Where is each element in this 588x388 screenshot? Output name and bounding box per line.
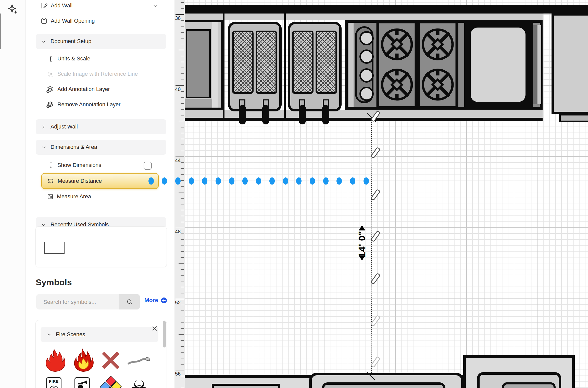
ruler-tick xyxy=(181,257,184,258)
ruler-tick xyxy=(181,204,184,204)
search-icon xyxy=(126,298,133,305)
add-wall-opening-button[interactable]: Add Wall Opening xyxy=(41,15,95,27)
ruler-tick xyxy=(176,14,184,15)
symbol-search-input[interactable] xyxy=(36,294,124,310)
remove-annotation-layer-item[interactable]: Remove Annotation Layer xyxy=(46,99,120,110)
ruler-tick xyxy=(181,287,184,287)
ruler-tick xyxy=(181,352,184,353)
recent-symbol-rectangle[interactable] xyxy=(44,242,65,254)
ruler-tick xyxy=(181,97,184,98)
rail-scrollbar[interactable] xyxy=(0,14,1,49)
symbol-searchbar xyxy=(36,294,140,309)
ruler-tick xyxy=(181,293,184,293)
tools-sidebar: Add Wall Add Wall Opening Document Setup… xyxy=(26,0,174,388)
measure-dot xyxy=(350,177,355,185)
layers-plus-icon xyxy=(46,85,54,93)
chevron-down-icon xyxy=(46,332,52,338)
add-annotation-layer-item[interactable]: Add Annotation Layer xyxy=(46,83,110,95)
more-symbols-button[interactable]: More xyxy=(144,297,167,304)
ruler-tick xyxy=(181,44,184,44)
measure-area-item[interactable]: Measure Area xyxy=(47,191,91,202)
fryer-handle xyxy=(322,105,329,124)
wall-divider xyxy=(223,14,224,118)
symbol-nfpa-diamond[interactable] xyxy=(99,376,122,388)
ruler-tick xyxy=(181,68,184,68)
fire-card-scrollbar[interactable] xyxy=(163,321,166,347)
add-wall-button[interactable]: Add Wall xyxy=(41,0,72,11)
measure-distance-button-active[interactable]: Measure Distance xyxy=(41,173,159,189)
flame-yellow-icon xyxy=(71,348,94,372)
search-button[interactable] xyxy=(119,294,140,309)
fryer-handle xyxy=(262,105,269,124)
scale-image-item-disabled: Scale Image with Reference Line xyxy=(48,68,138,80)
prohibited-x-icon xyxy=(99,348,122,372)
show-dimensions-item[interactable]: Show Dimensions xyxy=(48,159,101,171)
counter-left[interactable] xyxy=(185,20,223,110)
add-wall-opening-label: Add Wall Opening xyxy=(51,18,95,24)
ruler-tick xyxy=(181,216,184,216)
ruler-tick xyxy=(181,151,184,151)
prep-counter-middle[interactable] xyxy=(309,373,464,388)
biohazard-icon: ☣ xyxy=(129,376,149,388)
chevron-down-icon[interactable] xyxy=(152,3,159,9)
ruler-tick xyxy=(181,358,184,358)
units-scale-item[interactable]: Units & Scale xyxy=(48,53,90,64)
ruler-tick xyxy=(179,50,184,50)
section-document-setup[interactable]: Document Setup xyxy=(36,34,166,49)
ruler-tick xyxy=(181,305,184,305)
measure-dot xyxy=(256,177,261,185)
ruler-number: 40 xyxy=(175,86,181,92)
range-knob xyxy=(359,68,374,83)
ruler-tick xyxy=(181,322,184,323)
measure-area-icon xyxy=(47,193,54,200)
measure-dot xyxy=(323,177,329,185)
symbols-heading: Symbols xyxy=(36,277,72,287)
measure-dot xyxy=(189,177,194,185)
prep-table-left[interactable] xyxy=(212,384,280,388)
ruler-tick xyxy=(181,8,184,9)
measure-area-label: Measure Area xyxy=(57,193,91,200)
range-knob xyxy=(359,31,374,45)
wall-top[interactable] xyxy=(185,5,588,14)
symbol-flame[interactable] xyxy=(43,348,66,373)
ruler-tick xyxy=(181,91,184,92)
ruler-tick xyxy=(181,168,184,169)
fryer-basket xyxy=(316,31,337,94)
close-icon[interactable] xyxy=(151,325,158,332)
wall-opening-icon xyxy=(41,18,47,24)
fire-alarm-sign-icon: FIRE xyxy=(43,376,66,388)
range-left-strip xyxy=(348,23,354,107)
ruler-tick xyxy=(181,180,184,181)
ruler-tick xyxy=(181,80,184,80)
ruler-tick xyxy=(181,269,184,270)
symbol-prohibited-x[interactable] xyxy=(99,348,122,373)
symbol-fire-alarm-sign[interactable]: FIRE xyxy=(43,376,66,388)
counter-left-inset xyxy=(186,29,211,98)
symbol-flame-yellow[interactable] xyxy=(71,348,94,373)
section-adjust-wall[interactable]: Adjust Wall xyxy=(36,119,166,134)
ruler-number: 48 xyxy=(175,229,181,235)
measure-dot xyxy=(175,177,181,185)
measure-dot xyxy=(364,177,369,185)
measure-dot xyxy=(216,177,221,185)
section-label: Adjust Wall xyxy=(51,124,78,130)
prep-counter-right[interactable] xyxy=(463,355,575,388)
griddle-box[interactable] xyxy=(464,21,533,110)
fire-scenes-card: Fire Scenes xyxy=(35,320,167,388)
fire-scenes-header[interactable]: Fire Scenes xyxy=(41,327,158,342)
burner-grates[interactable] xyxy=(376,21,463,109)
range-right-strip-dark xyxy=(533,25,537,104)
ruler-tick xyxy=(181,2,184,3)
symbol-biohazard[interactable]: ☣ xyxy=(128,376,151,388)
ruler-tick xyxy=(181,73,184,74)
ruler-tick xyxy=(176,157,184,157)
symbol-fire-extinguisher-sign[interactable] xyxy=(71,376,94,388)
sparkle-ai-icon[interactable] xyxy=(7,4,19,15)
ruler-tick xyxy=(181,62,184,62)
ruler-number: 44 xyxy=(175,158,181,163)
section-dimensions-area[interactable]: Dimensions & Area xyxy=(36,140,166,155)
counter-right[interactable] xyxy=(552,13,588,114)
chevron-right-icon xyxy=(41,124,47,130)
symbol-hose[interactable] xyxy=(128,348,151,373)
show-dimensions-checkbox[interactable] xyxy=(144,162,152,170)
